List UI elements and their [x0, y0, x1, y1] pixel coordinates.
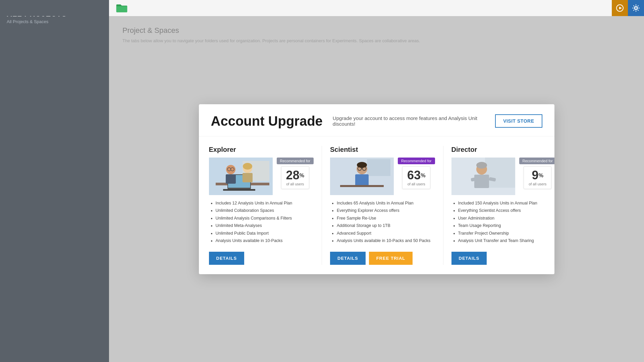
director-image-area: Recommended for 9% of all users	[451, 158, 554, 195]
director-recommended-label: Recommended for	[519, 158, 554, 164]
scientist-feature-4: Additional Storage up to 1TB	[337, 223, 435, 229]
explorer-percent: 28%	[286, 169, 304, 181]
gear-button[interactable]	[628, 0, 644, 16]
scientist-details-button[interactable]: DETAILS	[330, 252, 366, 265]
svg-rect-11	[226, 174, 236, 184]
topbar	[0, 0, 644, 16]
director-feature-6: Analysis Unit Transfer and Team Sharing	[458, 238, 554, 244]
svg-point-17	[243, 163, 252, 170]
director-feature-3: User Administration	[458, 216, 554, 222]
scientist-percent-label: of all users	[407, 182, 425, 186]
explorer-percent-label: of all users	[286, 182, 304, 186]
gear-icon	[632, 4, 640, 12]
scientist-features: Includes 65 Analysis Units in Annual Pla…	[330, 200, 435, 246]
explorer-features: Includes 12 Analysis Units in Annual Pla…	[209, 200, 314, 246]
director-buttons: DETAILS	[451, 252, 554, 265]
play-button[interactable]	[612, 0, 628, 16]
director-badge: Recommended for 9% of all users	[519, 158, 554, 189]
scientist-plan: Scientist	[322, 146, 435, 265]
director-feature-2: Everything Scientist Access offers	[458, 208, 554, 214]
scientist-recommended-label: Recommended for	[398, 158, 435, 164]
svg-rect-33	[474, 175, 489, 188]
svg-rect-22	[355, 174, 369, 186]
explorer-feature-6: Analysis Units available in 10-Packs	[216, 238, 314, 244]
explorer-feature-2: Unlimited Collaboration Spaces	[216, 208, 314, 214]
director-plan: Director	[443, 146, 554, 265]
svg-rect-27	[340, 185, 384, 187]
scientist-feature-5: Advanced Support	[337, 231, 435, 237]
explorer-plan: Explorer	[209, 146, 314, 265]
svg-marker-1	[619, 7, 622, 9]
explorer-image	[209, 158, 273, 195]
topbar-left	[0, 0, 109, 16]
director-percent-box: 9% of all users	[524, 166, 551, 189]
explorer-percent-box: 28% of all users	[281, 166, 309, 189]
scientist-feature-1: Includes 65 Analysis Units in Annual Pla…	[337, 200, 435, 206]
play-icon	[616, 4, 624, 12]
svg-point-32	[476, 162, 487, 169]
director-feature-5: Transfer Project Ownership	[458, 231, 554, 237]
modal-header: Account Upgrade Upgrade your account to …	[199, 104, 554, 136]
scientist-buttons: DETAILS FREE TRIAL	[330, 252, 435, 265]
director-plan-name: Director	[451, 146, 554, 154]
topbar-actions	[612, 0, 644, 16]
account-upgrade-modal: Account Upgrade Upgrade your account to …	[199, 104, 554, 274]
director-image	[451, 158, 515, 195]
scientist-feature-3: Free Sample Re-Use	[337, 216, 435, 222]
explorer-feature-3: Unlimited Analysis Comparisons & Filters	[216, 216, 314, 222]
sidebar: ALL PROJECTS All Projects & Spaces	[0, 0, 109, 362]
explorer-badge: Recommended for 28% of all users	[277, 158, 314, 189]
director-percent-label: of all users	[529, 182, 546, 186]
sidebar-subtitle: All Projects & Spaces	[7, 19, 102, 24]
director-percent: 9%	[529, 169, 546, 181]
modal-overlay: Account Upgrade Upgrade your account to …	[109, 16, 644, 362]
plans-container: Explorer	[199, 136, 554, 274]
svg-rect-30	[485, 158, 515, 188]
svg-point-26	[357, 162, 367, 168]
explorer-feature-5: Unlimited Public Data Import	[216, 231, 314, 237]
modal-title: Account Upgrade	[211, 114, 323, 129]
director-feature-1: Included 150 Analysis Units in Annual Pl…	[458, 200, 554, 206]
explorer-feature-4: Unlimited Meta-Analyses	[216, 223, 314, 229]
explorer-image-area: Recommended for 28% of all users	[209, 158, 314, 195]
scientist-plan-name: Scientist	[330, 146, 435, 154]
scientist-badge: Recommended for 63% of all users	[398, 158, 435, 189]
scientist-percent: 63%	[407, 169, 425, 181]
director-details-button[interactable]: DETAILS	[451, 252, 487, 265]
scientist-percent-box: 63% of all users	[402, 166, 430, 189]
explorer-buttons: DETAILS	[209, 252, 314, 265]
director-feature-4: Team Usage Reporting	[458, 223, 554, 229]
explorer-feature-1: Includes 12 Analysis Units in Annual Pla…	[216, 200, 314, 206]
svg-rect-9	[223, 189, 255, 191]
scientist-free-trial-button[interactable]: FREE TRIAL	[369, 252, 413, 265]
topbar-content	[109, 0, 612, 16]
scientist-image	[330, 158, 394, 195]
modal-description: Upgrade your account to access more feat…	[333, 115, 485, 127]
visit-store-button[interactable]: VISIT STORE	[495, 114, 542, 128]
scientist-image-area: Recommended for 63% of all users	[330, 158, 435, 195]
scientist-feature-2: Everything Explorer Access offers	[337, 208, 435, 214]
explorer-details-button[interactable]: DETAILS	[209, 252, 245, 265]
explorer-recommended-label: Recommended for	[277, 158, 314, 164]
scientist-feature-6: Analysis Units available in 10-Packs and…	[337, 238, 435, 244]
explorer-plan-name: Explorer	[209, 146, 314, 154]
director-features: Included 150 Analysis Units in Annual Pl…	[451, 200, 554, 246]
folder-icon	[116, 3, 128, 13]
svg-point-2	[635, 7, 637, 9]
svg-rect-20	[367, 159, 390, 176]
svg-rect-16	[243, 173, 253, 182]
